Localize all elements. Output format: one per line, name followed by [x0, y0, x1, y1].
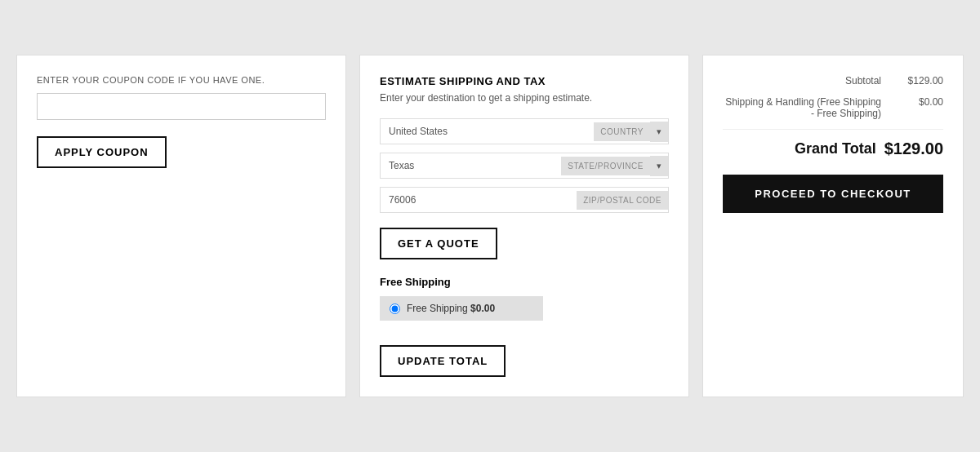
- get-quote-button[interactable]: GET A QUOTE: [380, 228, 497, 259]
- shipping-title: ESTIMATE SHIPPING AND TAX: [380, 75, 669, 87]
- main-container: ENTER YOUR COUPON CODE IF YOU HAVE ONE. …: [16, 55, 964, 397]
- zip-field-row: 76006 ZIP/POSTAL CODE: [380, 187, 669, 213]
- subtotal-row: Subtotal $129.00: [723, 75, 943, 86]
- free-shipping-title: Free Shipping: [380, 276, 669, 288]
- grand-total-label: Grand Total: [795, 140, 876, 157]
- free-shipping-option: Free Shipping $0.00: [380, 296, 543, 321]
- shipping-label: Shipping & Handling (Free Shipping - Fre…: [723, 96, 894, 119]
- state-arrow-icon[interactable]: ▾: [650, 156, 668, 176]
- apply-coupon-button[interactable]: APPLY COUPON: [37, 136, 167, 168]
- subtotal-label: Subtotal: [723, 75, 894, 86]
- coupon-input[interactable]: [37, 93, 326, 120]
- free-shipping-price: $0.00: [470, 303, 495, 314]
- shipping-amount: $0.00: [894, 96, 943, 108]
- summary-divider: [723, 129, 943, 130]
- shipping-description: Enter your destination to get a shipping…: [380, 92, 669, 104]
- state-value: Texas: [381, 153, 561, 178]
- checkout-button[interactable]: PROCEED TO CHECKOUT: [723, 175, 943, 213]
- state-label-tag: STATE/PROVINCE: [561, 157, 650, 175]
- free-shipping-label: Free Shipping: [407, 303, 468, 314]
- shipping-row: Shipping & Handling (Free Shipping - Fre…: [723, 96, 943, 119]
- country-value: United States: [381, 119, 594, 144]
- shipping-panel: ESTIMATE SHIPPING AND TAX Enter your des…: [359, 55, 689, 397]
- coupon-panel: ENTER YOUR COUPON CODE IF YOU HAVE ONE. …: [16, 55, 346, 397]
- summary-panel: Subtotal $129.00 Shipping & Handling (Fr…: [702, 55, 964, 397]
- grand-total-amount: $129.00: [884, 140, 943, 158]
- country-label-tag: COUNTRY: [594, 122, 650, 141]
- state-field-row: Texas STATE/PROVINCE ▾: [380, 153, 669, 179]
- update-total-button[interactable]: UPDATE TOTAL: [380, 345, 506, 377]
- coupon-label: ENTER YOUR COUPON CODE IF YOU HAVE ONE.: [37, 75, 326, 85]
- zip-value: 76006: [381, 188, 577, 212]
- country-field-row: United States COUNTRY ▾: [380, 118, 669, 144]
- grand-total-row: Grand Total $129.00: [723, 140, 943, 158]
- country-arrow-icon[interactable]: ▾: [650, 122, 668, 142]
- free-shipping-radio[interactable]: [390, 304, 400, 314]
- zip-label-tag: ZIP/POSTAL CODE: [577, 191, 668, 210]
- subtotal-amount: $129.00: [894, 75, 943, 86]
